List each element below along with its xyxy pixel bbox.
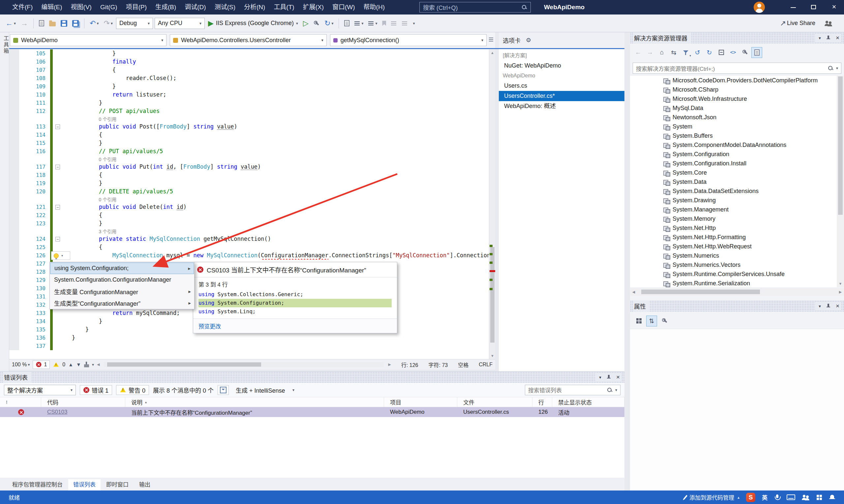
reference-tree-item[interactable]: System.Core bbox=[630, 168, 837, 177]
menubar-item[interactable]: 编辑(E) bbox=[37, 0, 66, 15]
switch-views-button[interactable]: ⇆ bbox=[668, 47, 679, 58]
code-text[interactable]: { bbox=[63, 211, 489, 219]
scroll-left-icon[interactable]: ◀ bbox=[97, 362, 100, 367]
document-tab[interactable]: Users.cs bbox=[499, 81, 624, 91]
menubar-item[interactable]: 测试(S) bbox=[210, 0, 240, 15]
refresh-button[interactable]: ↻ bbox=[704, 47, 715, 58]
scope-dropdown[interactable]: 整个解决方案▾ bbox=[4, 385, 76, 395]
reference-tree-item[interactable]: MySql.Data bbox=[630, 104, 837, 113]
editor-vertical-scrollbar[interactable]: ▲ ▼ bbox=[489, 49, 495, 359]
column-header[interactable]: 说明▴ bbox=[125, 397, 384, 407]
line-ending-indicator[interactable]: CRLF bbox=[479, 362, 493, 367]
reference-tree-item[interactable]: System.Runtime.CompilerServices.Unsafe bbox=[630, 269, 837, 279]
new-file-button[interactable] bbox=[37, 17, 46, 30]
preview-changes-link[interactable]: 预览更改 bbox=[199, 323, 221, 330]
close-icon[interactable]: × bbox=[836, 35, 839, 41]
breakpoint-margin[interactable] bbox=[9, 325, 19, 334]
code-text[interactable]: } bbox=[63, 334, 489, 342]
fold-collapse-icon[interactable]: – bbox=[55, 237, 60, 241]
scroll-down-icon[interactable]: ▼ bbox=[489, 353, 496, 359]
quick-fix-item[interactable]: System.Configuration.ConfigurationManage… bbox=[50, 274, 194, 286]
reference-tree-item[interactable]: System bbox=[630, 122, 837, 131]
code-text[interactable] bbox=[63, 342, 489, 350]
menubar-item[interactable]: 扩展(X) bbox=[299, 0, 328, 15]
home-button[interactable]: ⌂ bbox=[656, 47, 667, 58]
reference-tree-item[interactable]: System.Runtime.Serialization bbox=[630, 279, 837, 287]
document-outline-button[interactable] bbox=[488, 36, 495, 44]
code-text[interactable]: 0 个引用 bbox=[63, 115, 489, 123]
find-in-files-list-button[interactable]: ▾ bbox=[353, 17, 365, 30]
pending-changes-filter-button[interactable]: ▾ bbox=[680, 47, 691, 58]
codelens-references[interactable]: 3 个引用 bbox=[72, 229, 116, 234]
panel-tab[interactable]: 即时窗口 bbox=[101, 479, 134, 490]
breakpoint-margin[interactable] bbox=[9, 317, 19, 325]
code-text[interactable]: reader.Close(); bbox=[63, 74, 489, 82]
breakpoint-margin[interactable] bbox=[9, 49, 19, 58]
fold-collapse-icon[interactable]: – bbox=[55, 125, 60, 129]
breakpoint-margin[interactable] bbox=[9, 163, 19, 171]
scrollbar-thumb[interactable] bbox=[838, 76, 843, 215]
quick-launch-search[interactable]: 搜索 (Ctrl+Q) bbox=[419, 2, 531, 13]
column-header[interactable]: 代码 bbox=[41, 397, 125, 407]
menubar-item[interactable]: 工具(T) bbox=[269, 0, 298, 15]
breakpoint-margin[interactable] bbox=[9, 276, 19, 284]
scroll-right-icon[interactable]: ▶ bbox=[388, 362, 391, 367]
reference-tree-item[interactable]: System.Data bbox=[630, 177, 837, 186]
breakpoint-margin[interactable] bbox=[9, 342, 19, 350]
breakpoint-margin[interactable] bbox=[9, 91, 19, 99]
navigate-back-button[interactable]: ←▾ bbox=[4, 17, 17, 30]
breakpoint-margin[interactable] bbox=[9, 334, 19, 342]
reference-tree-item[interactable]: System.Management bbox=[630, 205, 837, 214]
quick-fix-item[interactable]: using System.Configuration;▸ bbox=[50, 263, 194, 274]
code-text[interactable]: finally bbox=[63, 58, 489, 66]
breakpoint-margin[interactable] bbox=[9, 259, 19, 268]
s-logo-icon[interactable]: S bbox=[746, 493, 755, 502]
minimize-button[interactable] bbox=[783, 0, 803, 15]
maximize-button[interactable] bbox=[804, 0, 824, 15]
scrollbar-thumb[interactable] bbox=[641, 290, 760, 294]
menubar-item[interactable]: 文件(F) bbox=[8, 0, 37, 15]
panel-tab[interactable]: 程序包管理器控制台 bbox=[7, 479, 68, 490]
project-dropdown[interactable]: WebApiDemo▾ bbox=[10, 34, 167, 46]
prev-error-icon[interactable]: ▲ bbox=[68, 361, 73, 368]
keyboard-icon[interactable] bbox=[787, 494, 795, 500]
code-text[interactable]: // DELETE api/values/5 bbox=[63, 187, 489, 196]
save-all-button[interactable] bbox=[71, 17, 81, 30]
code-text[interactable]: } bbox=[63, 99, 489, 107]
breakpoint-margin[interactable] bbox=[9, 107, 19, 115]
breakpoint-margin[interactable] bbox=[9, 115, 19, 123]
scroll-down-icon[interactable]: ▼ bbox=[837, 280, 844, 287]
breakpoint-margin[interactable] bbox=[9, 179, 19, 187]
menubar-item[interactable]: 调试(D) bbox=[180, 0, 210, 15]
sync-with-active-document-button[interactable]: ↺ bbox=[692, 47, 703, 58]
property-pages-button[interactable] bbox=[659, 316, 670, 326]
categorized-button[interactable] bbox=[633, 316, 644, 326]
menubar-item[interactable]: 帮助(H) bbox=[359, 0, 389, 15]
navigate-forward-button[interactable]: → bbox=[19, 17, 30, 30]
reference-tree-item[interactable]: System.Net.Http.WebRequest bbox=[630, 242, 837, 251]
toolbox-tab[interactable]: 工具箱 bbox=[0, 32, 9, 371]
menubar-item[interactable]: 分析(N) bbox=[240, 0, 269, 15]
editor-horizontal-scrollbar[interactable] bbox=[104, 362, 384, 367]
tree-vertical-scrollbar[interactable] bbox=[837, 76, 844, 287]
solution-tree[interactable]: Microsoft.CodeDom.Providers.DotNetCompil… bbox=[630, 76, 837, 287]
code-text[interactable]: 0 个引用 bbox=[63, 196, 489, 203]
ime-indicator[interactable]: 英 bbox=[762, 493, 768, 501]
breakpoint-margin[interactable] bbox=[9, 228, 19, 235]
menubar-item[interactable]: 项目(P) bbox=[122, 0, 151, 15]
reference-tree-item[interactable]: Newtonsoft.Json bbox=[630, 113, 837, 122]
codelens-references[interactable]: 0 个引用 bbox=[72, 116, 116, 122]
document-tab[interactable]: UsersController.cs* bbox=[499, 91, 624, 101]
start-without-debugging-button[interactable]: ▷ bbox=[302, 17, 310, 30]
fold-collapse-icon[interactable]: – bbox=[55, 165, 60, 169]
spaces-indicator[interactable]: 空格 bbox=[458, 361, 468, 368]
reference-tree-item[interactable]: System.Net.Http bbox=[630, 223, 837, 233]
reference-tree-item[interactable]: System.Numerics bbox=[630, 251, 837, 260]
start-debugging-button[interactable]: ▶IIS Express (Google Chrome)▾ bbox=[206, 17, 300, 30]
codelens-references[interactable]: 0 个引用 bbox=[72, 157, 116, 162]
scroll-right-icon[interactable]: ▶ bbox=[837, 290, 844, 294]
column-header[interactable]: 文件 bbox=[457, 397, 532, 407]
quick-actions-lightbulb[interactable]: ▾ bbox=[51, 251, 70, 260]
pin-icon[interactable] bbox=[826, 304, 830, 308]
breakpoint-margin[interactable] bbox=[9, 211, 19, 219]
